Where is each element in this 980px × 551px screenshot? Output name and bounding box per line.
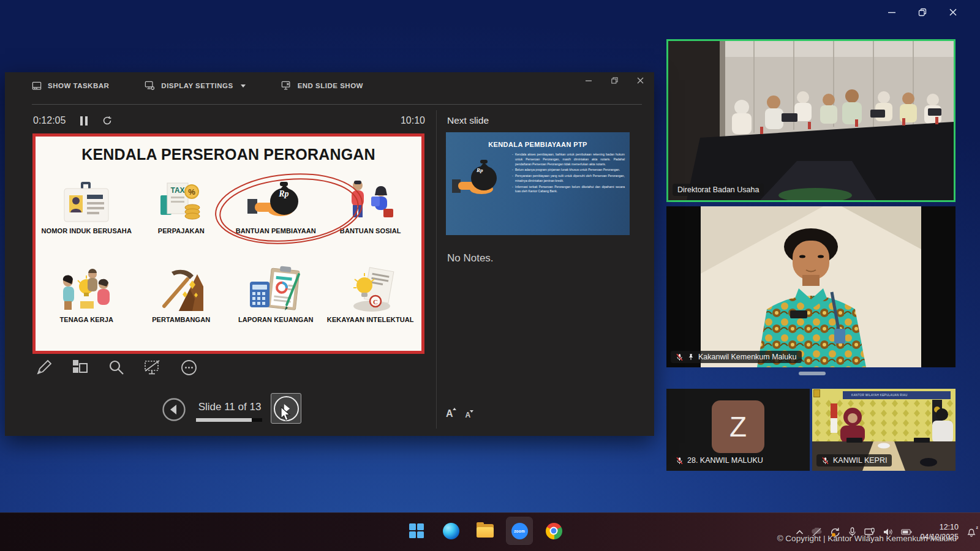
increase-font-button[interactable]: A bbox=[446, 409, 453, 419]
desktop: SHOW TASKBAR DISPLAY SETTINGS bbox=[0, 0, 980, 551]
close-icon[interactable] bbox=[633, 75, 647, 86]
participant-name: KANWIL KEPRI bbox=[833, 456, 887, 465]
mic-muted-icon bbox=[676, 457, 684, 465]
notes-font-controls: A A bbox=[446, 409, 470, 419]
video-tile-kanwil-kepri[interactable]: KANTOR WILAYAH KEPULAUAN RIAU KANWIL KEP… bbox=[812, 389, 956, 471]
taskbar-apps: zoom bbox=[404, 517, 567, 544]
tray-time: 12:10 bbox=[920, 522, 959, 532]
minimize-icon[interactable] bbox=[886, 6, 898, 18]
slide-item: Rp BANTUAN PEMBIAYAAN bbox=[228, 171, 323, 260]
slide-item-label: NOMOR INDUK BERUSAHA bbox=[42, 227, 132, 234]
see-all-slides-button[interactable] bbox=[72, 359, 89, 376]
zoom-slide-button[interactable] bbox=[108, 359, 125, 376]
microphone-icon[interactable] bbox=[848, 527, 856, 537]
speaker-video bbox=[701, 206, 921, 367]
show-taskbar-button[interactable]: SHOW TASKBAR bbox=[32, 81, 109, 91]
tray-chevron-up-icon[interactable] bbox=[796, 530, 804, 535]
file-explorer-icon bbox=[477, 524, 494, 538]
zoom-app-button[interactable]: zoom bbox=[507, 517, 532, 544]
presenter-toolbar: SHOW TASKBAR DISPLAY SETTINGS bbox=[32, 81, 363, 91]
file-explorer-button[interactable] bbox=[472, 517, 498, 544]
next-slide-preview[interactable]: KENDALA PEMBIAYAAN PTP Rp Kendala akses … bbox=[446, 132, 630, 235]
slide-item-label: BANTUAN PEMBIAYAAN bbox=[236, 227, 316, 234]
slide-item-label: PERPAJAKAN bbox=[158, 227, 205, 234]
slide-item-label: LAPORAN KEUANGAN bbox=[238, 316, 314, 323]
windows-logo-icon bbox=[409, 523, 424, 539]
intellectual-property-icon: C bbox=[342, 260, 399, 313]
slide-item: PERTAMBANGAN bbox=[134, 260, 229, 348]
more-options-button[interactable] bbox=[180, 359, 197, 376]
close-icon[interactable] bbox=[947, 6, 959, 18]
slide-title: KENDALA PERSEROAN PERORANGAN bbox=[36, 146, 421, 163]
restore-icon[interactable] bbox=[608, 75, 621, 86]
sync-update-icon[interactable] bbox=[830, 527, 840, 537]
svg-text:C: C bbox=[373, 298, 378, 305]
financial-report-icon bbox=[247, 260, 304, 313]
participant-name: 28. KANWIL MALUKU bbox=[687, 456, 763, 465]
pause-timer-button[interactable] bbox=[80, 116, 88, 126]
notification-bell-icon[interactable]: z bbox=[967, 527, 976, 537]
video-tile-direktorat-badan-usaha[interactable]: Direktorat Badan Usaha bbox=[666, 39, 956, 202]
bullet: Informasi terkait Perseroan Perorangan b… bbox=[512, 185, 625, 195]
display-settings-button[interactable]: DISPLAY SETTINGS bbox=[145, 81, 245, 91]
participant-name: Direktorat Badan Usaha bbox=[677, 186, 759, 194]
panel-divider bbox=[436, 110, 437, 429]
chrome-app-button[interactable] bbox=[541, 517, 567, 544]
minimize-icon[interactable] bbox=[582, 75, 595, 86]
edge-icon bbox=[443, 523, 459, 539]
slide-item: C KEKAYAAN INTELEKTUAL bbox=[323, 260, 418, 348]
participant-name-chip: Kakanwil Kemenkum Maluku bbox=[671, 351, 802, 363]
slide-item-label: BANTUAN SOSIAL bbox=[340, 227, 401, 234]
current-slide-canvas[interactable]: KENDALA PERSEROAN PERORANGAN bbox=[32, 133, 424, 354]
edge-app-button[interactable] bbox=[438, 517, 464, 544]
currency-label: Rp bbox=[477, 167, 483, 173]
black-screen-button[interactable] bbox=[144, 359, 161, 376]
end-slide-show-label: END SLIDE SHOW bbox=[298, 82, 363, 89]
display-settings-label: DISPLAY SETTINGS bbox=[161, 82, 233, 89]
zoom-icon: zoom bbox=[511, 523, 528, 539]
cast-display-icon[interactable] bbox=[864, 528, 875, 537]
restore-icon[interactable] bbox=[916, 6, 929, 18]
display-settings-icon bbox=[145, 81, 155, 91]
annotation-tools bbox=[36, 359, 197, 376]
slide-item: NOMOR INDUK BERUSAHA bbox=[39, 171, 134, 260]
speaker-icon[interactable] bbox=[883, 528, 893, 536]
pin-icon bbox=[687, 353, 695, 361]
mining-icon bbox=[154, 260, 208, 313]
next-slide-bullets: Kendala akses pembiayaan, bahkan untuk p… bbox=[508, 152, 625, 217]
pen-tool-button[interactable] bbox=[36, 359, 53, 376]
video-tile-kakanwil-kemenkum-maluku[interactable]: Kakanwil Kemenkum Maluku bbox=[666, 206, 956, 367]
start-button[interactable] bbox=[404, 517, 429, 544]
conference-room-video bbox=[668, 41, 954, 200]
bell-badge: z bbox=[976, 525, 979, 530]
id-card-icon bbox=[59, 171, 114, 225]
notes-empty-text: No Notes. bbox=[447, 252, 494, 264]
slide-progressbar bbox=[196, 418, 262, 422]
slide-counter: Slide 11 of 13 bbox=[190, 401, 270, 413]
previous-slide-button[interactable] bbox=[162, 397, 186, 422]
screen-window-controls bbox=[886, 6, 959, 18]
timer-row: 0:12:05 bbox=[33, 115, 112, 126]
gallery-resize-handle[interactable] bbox=[799, 372, 826, 375]
video-tile-kanwil-maluku[interactable]: Z 28. KANWIL MALUKU bbox=[666, 389, 810, 471]
money-bag-icon: Rp bbox=[450, 151, 508, 217]
slide-item: BANTUAN SOSIAL bbox=[323, 171, 418, 260]
mic-muted-icon bbox=[676, 353, 684, 361]
elapsed-time: 0:12:05 bbox=[33, 115, 66, 126]
decrease-font-button[interactable]: A bbox=[466, 411, 471, 419]
network-offline-icon[interactable] bbox=[812, 528, 822, 537]
avatar: Z bbox=[712, 400, 764, 453]
presenter-window-controls bbox=[582, 75, 647, 86]
end-slide-show-button[interactable]: END SLIDE SHOW bbox=[281, 81, 363, 91]
restart-timer-button[interactable] bbox=[102, 116, 112, 126]
presenter-view-window: SHOW TASKBAR DISPLAY SETTINGS bbox=[5, 72, 654, 436]
next-slide-heading: Next slide bbox=[447, 115, 489, 126]
tray-clock[interactable]: 12:10 04/12/2025 bbox=[920, 522, 959, 542]
battery-icon[interactable] bbox=[901, 528, 912, 536]
mouse-cursor bbox=[281, 407, 291, 421]
bullet: Kendala akses pembiayaan, bahkan untuk p… bbox=[512, 152, 625, 167]
slide-item-label: PERTAMBANGAN bbox=[152, 316, 210, 323]
office-logo bbox=[813, 389, 820, 397]
svg-text:TAX: TAX bbox=[170, 186, 184, 195]
slide-item-grid: NOMOR INDUK BERUSAHA TAX % bbox=[39, 171, 418, 348]
